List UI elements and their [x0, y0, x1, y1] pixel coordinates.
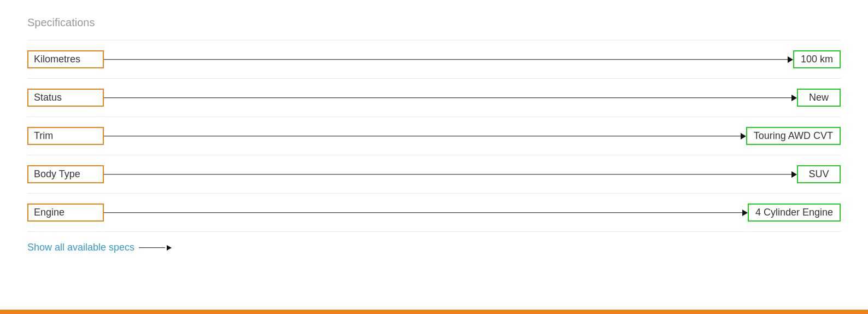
specifications-panel: Specifications Kilometres 100 km Status …	[0, 0, 868, 314]
spec-value-body-type: SUV	[797, 165, 841, 183]
show-all-arrow	[139, 247, 172, 248]
show-all-specs-link[interactable]: Show all available specs	[27, 242, 172, 253]
spec-row-kilometres: Kilometres 100 km	[27, 40, 841, 79]
spec-label-trim: Trim	[27, 127, 104, 145]
spec-row-body-type: Body Type SUV	[27, 155, 841, 194]
arrow-head-kilometres	[788, 56, 793, 63]
spec-label-engine: Engine	[27, 203, 104, 222]
spec-row-engine: Engine 4 Cylinder Engine	[27, 194, 841, 232]
spec-value-status: New	[797, 89, 841, 107]
spec-row-trim: Trim Touring AWD CVT	[27, 117, 841, 155]
show-all-arrow-head	[167, 245, 172, 251]
spec-row-status: Status New	[27, 79, 841, 117]
spec-value-kilometres: 100 km	[793, 50, 841, 68]
spec-label-status: Status	[27, 89, 104, 107]
connector-trim	[104, 136, 746, 137]
arrow-head-body-type	[791, 171, 797, 178]
connector-kilometres	[104, 59, 793, 60]
spec-rows-container: Kilometres 100 km Status New Trim Tourin…	[27, 40, 841, 232]
arrow-head-status	[791, 95, 797, 101]
bottom-accent-bar	[0, 310, 868, 314]
arrow-head-trim	[741, 133, 746, 139]
spec-value-trim: Touring AWD CVT	[746, 127, 841, 145]
spec-label-kilometres: Kilometres	[27, 50, 104, 68]
connector-engine	[104, 212, 748, 213]
section-title: Specifications	[27, 16, 841, 29]
arrow-head-engine	[742, 210, 748, 216]
show-all-specs-label: Show all available specs	[27, 242, 134, 253]
connector-body-type	[104, 174, 797, 175]
connector-status	[104, 97, 797, 98]
spec-label-body-type: Body Type	[27, 165, 104, 183]
spec-value-engine: 4 Cylinder Engine	[748, 203, 841, 222]
